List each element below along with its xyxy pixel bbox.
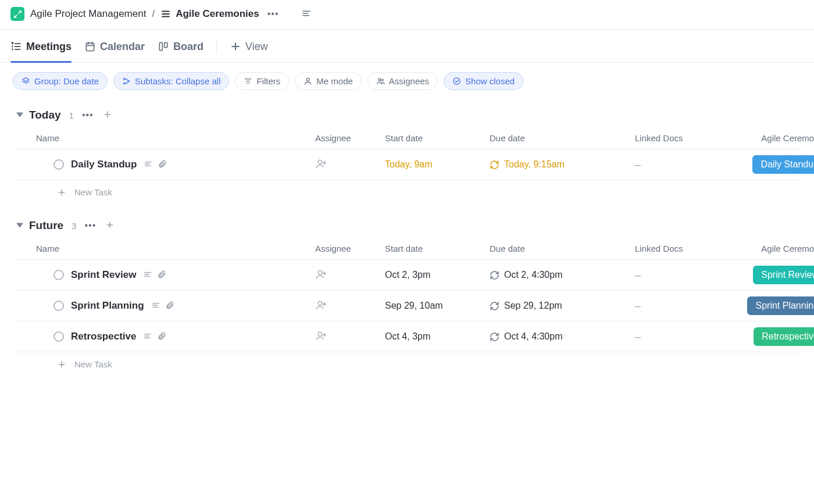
group-title[interactable]: Future [29, 219, 63, 232]
group-add-icon[interactable] [105, 220, 115, 231]
attachment-icon[interactable] [157, 270, 166, 281]
description-icon[interactable] [144, 159, 153, 170]
status-circle-icon[interactable] [53, 331, 64, 342]
tab-board[interactable]: Board [158, 41, 204, 62]
ceremony-chip[interactable]: Sprint Planning [747, 296, 814, 315]
new-task-label: New Task [74, 187, 112, 197]
breadcrumb-current[interactable]: Agile Ceremonies [160, 8, 259, 20]
filters-pill-label: Filters [256, 76, 280, 86]
due-date-cell[interactable]: Sep 29, 12pm [490, 301, 635, 311]
linked-docs-cell[interactable]: – [635, 300, 728, 312]
group-count: 1 [69, 110, 74, 120]
col-start[interactable]: Start date [385, 244, 490, 253]
me-mode-pill-label: Me mode [316, 76, 353, 86]
due-date-text: Sep 29, 12pm [504, 301, 562, 311]
description-icon[interactable] [143, 331, 152, 342]
status-circle-icon[interactable] [53, 159, 64, 170]
collapse-toggle-icon[interactable] [16, 221, 23, 230]
table-row[interactable]: Daily Standup Today, 9am Today, 9:15am –… [13, 149, 801, 180]
svg-point-59 [318, 332, 322, 336]
attachment-icon[interactable] [165, 301, 174, 312]
col-due[interactable]: Due date [490, 133, 635, 143]
group-count: 3 [72, 221, 76, 231]
new-task-button[interactable]: New Task [13, 180, 801, 204]
group-add-icon[interactable] [103, 110, 112, 121]
due-date-cell[interactable]: Today, 9:15am [490, 159, 635, 170]
col-name[interactable]: Name [36, 133, 315, 143]
ceremony-chip[interactable]: Sprint Review [753, 266, 814, 284]
description-icon[interactable] [143, 270, 152, 281]
svg-point-22 [128, 80, 130, 82]
subtasks-pill[interactable]: Subtasks: Collapse all [113, 72, 230, 90]
assignee-cell[interactable] [315, 299, 385, 313]
ceremony-chip[interactable]: Retrospective [754, 327, 814, 346]
breadcrumb-page-title: Agile Ceremonies [176, 8, 259, 20]
show-closed-pill-label: Show closed [465, 76, 515, 86]
col-ceremony[interactable]: Agile Ceremony [728, 133, 814, 143]
column-header-row: Name Assignee Start date Due date Linked… [13, 238, 801, 260]
svg-point-47 [318, 270, 322, 274]
svg-point-53 [318, 301, 322, 305]
add-view-button[interactable]: View [230, 41, 268, 62]
description-icon[interactable] [151, 301, 160, 312]
assignees-pill[interactable]: Assignees [367, 72, 438, 90]
ceremony-chip[interactable]: Daily Standup [752, 155, 814, 174]
group-more-icon[interactable]: ••• [82, 220, 98, 231]
start-date-cell[interactable]: Sep 29, 10am [385, 301, 490, 311]
task-name[interactable]: Retrospective [71, 331, 136, 342]
col-name[interactable]: Name [36, 244, 315, 253]
due-date-cell[interactable]: Oct 4, 4:30pm [490, 331, 635, 342]
due-date-cell[interactable]: Oct 2, 4:30pm [490, 270, 635, 280]
group-pill-label: Group: Due date [34, 76, 99, 86]
align-left-icon[interactable] [301, 8, 312, 20]
task-name[interactable]: Sprint Planning [71, 300, 144, 312]
table-row[interactable]: Sprint Planning Sep 29, 10am Sep 29, 12p… [13, 291, 801, 321]
more-options-icon[interactable]: ••• [265, 9, 281, 19]
assignee-cell[interactable] [315, 158, 385, 171]
col-assignee[interactable]: Assignee [315, 244, 385, 253]
start-date-cell[interactable]: Today, 9am [385, 159, 490, 170]
task-name[interactable]: Daily Standup [71, 159, 137, 170]
attachment-icon[interactable] [158, 159, 167, 170]
linked-docs-cell[interactable]: – [635, 159, 728, 171]
due-date-text: Oct 4, 4:30pm [504, 331, 563, 342]
table-row[interactable]: Retrospective Oct 4, 3pm Oct 4, 4:30pm –… [13, 321, 801, 352]
workspace-icon[interactable] [10, 7, 24, 21]
col-due[interactable]: Due date [490, 244, 635, 253]
tab-meetings[interactable]: Meetings [10, 41, 72, 62]
recurring-icon [490, 301, 499, 311]
new-task-button[interactable]: New Task [13, 352, 801, 376]
assignee-cell[interactable] [315, 269, 385, 282]
task-name[interactable]: Sprint Review [71, 269, 136, 281]
col-ceremony[interactable]: Agile Ceremony [728, 244, 814, 253]
status-circle-icon[interactable] [53, 301, 64, 311]
group-pill[interactable]: Group: Due date [13, 72, 108, 90]
start-date-cell[interactable]: Oct 2, 3pm [385, 270, 490, 280]
start-date-cell[interactable]: Oct 4, 3pm [385, 331, 490, 342]
table-row[interactable]: Sprint Review Oct 2, 3pm Oct 2, 4:30pm –… [13, 260, 801, 291]
col-start[interactable]: Start date [385, 133, 490, 143]
attachment-icon[interactable] [157, 331, 166, 342]
assignees-pill-label: Assignees [389, 76, 429, 86]
col-docs[interactable]: Linked Docs [635, 133, 728, 143]
group-title[interactable]: Today [29, 109, 61, 121]
me-mode-pill[interactable]: Me mode [295, 72, 362, 90]
status-circle-icon[interactable] [53, 270, 64, 280]
group-more-icon[interactable]: ••• [80, 110, 96, 120]
col-docs[interactable]: Linked Docs [635, 244, 728, 253]
col-assignee[interactable]: Assignee [315, 133, 385, 143]
assignee-cell[interactable] [315, 330, 385, 344]
tab-calendar[interactable]: Calendar [84, 41, 145, 62]
recurring-icon [490, 270, 499, 280]
show-closed-pill[interactable]: Show closed [444, 72, 523, 90]
add-view-label: View [245, 41, 268, 53]
svg-rect-11 [86, 43, 94, 51]
collapse-toggle-icon[interactable] [16, 110, 23, 120]
linked-docs-cell[interactable]: – [635, 269, 728, 281]
linked-docs-cell[interactable]: – [635, 331, 728, 343]
view-tabs: Meetings Calendar Board View [0, 30, 814, 63]
filters-pill[interactable]: Filters [235, 72, 289, 90]
column-header-row: Name Assignee Start date Due date Linked… [13, 127, 801, 149]
group-section: Today 1 ••• Name Assignee Start date Due… [0, 94, 814, 204]
breadcrumb-workspace[interactable]: Agile Project Management [30, 8, 146, 20]
